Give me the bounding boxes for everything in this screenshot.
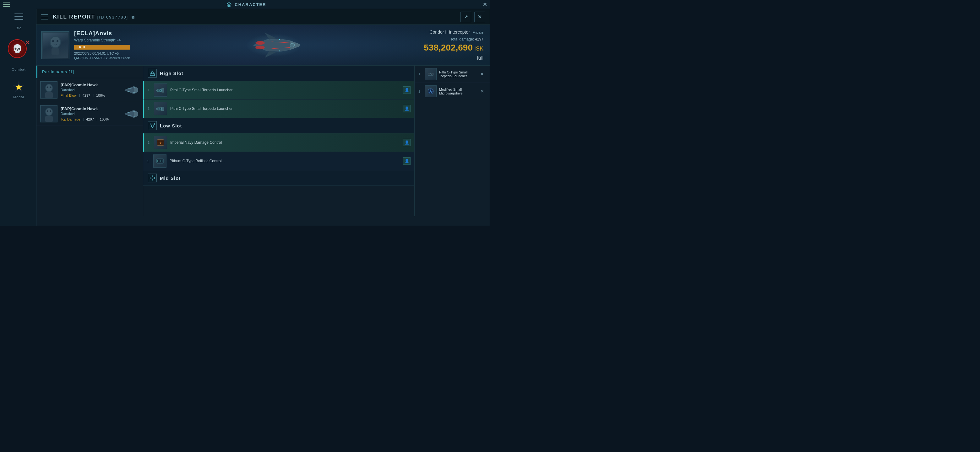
right-slot-name-1: Pithi C-Type Small Torpedo Launcher bbox=[439, 70, 478, 78]
participant-name-2: [FAP]Cosmic Hawk bbox=[60, 106, 122, 111]
right-slot-close-1[interactable]: ✕ bbox=[478, 70, 486, 78]
participant-weapon-2 bbox=[122, 107, 139, 121]
slot-name-h1: Pithi C-Type Small Torpedo Launcher bbox=[170, 88, 403, 92]
right-slot-name-2: Modified Small Microwarpdrive bbox=[439, 87, 478, 95]
ship-type-line: Condor II Interceptor Frigate bbox=[430, 30, 484, 35]
dialog-title: KILL REPORT [ID:6937780] ⧉ bbox=[53, 14, 456, 20]
slot-person-h2[interactable]: 👤 bbox=[403, 105, 410, 113]
svg-point-33 bbox=[159, 108, 161, 110]
right-slot-icon-2 bbox=[425, 86, 437, 97]
low-slot-header: Low Slot bbox=[143, 118, 414, 133]
participant-ship-2: Daredevil bbox=[60, 112, 122, 116]
svg-point-24 bbox=[49, 110, 51, 112]
close-top-button[interactable]: ✕ bbox=[483, 2, 487, 8]
slot-icon-h1 bbox=[154, 84, 167, 97]
right-slot-number-1: 1 bbox=[418, 72, 425, 76]
participant-avatar-2 bbox=[40, 105, 57, 122]
slot-person-h1[interactable]: 👤 bbox=[403, 86, 410, 94]
right-slot-icon-1 bbox=[425, 68, 437, 80]
total-damage-line: Total damage: 4297 bbox=[450, 37, 484, 41]
right-slot-item-1[interactable]: 1 Pithi C-Type Small Torpedo Launcher ✕ bbox=[415, 66, 490, 83]
high-slot-item-2[interactable]: 1 Pithi C-Type Small Torpedo Launcher 👤 bbox=[143, 100, 414, 118]
main-content: Participants [1] [FAP]Cosmic Hawk bbox=[37, 66, 490, 216]
ship-image bbox=[239, 28, 309, 62]
svg-point-38 bbox=[158, 160, 159, 162]
slots-right-column: 1 Pithi C-Type Small Torpedo Launcher ✕ … bbox=[414, 66, 490, 216]
slot-icon-l1 bbox=[154, 136, 167, 149]
high-slot-icon bbox=[148, 69, 157, 78]
sidebar: Bio 💀 ✕ Combat ⭐ Medal bbox=[0, 9, 38, 226]
svg-rect-14 bbox=[45, 92, 53, 98]
high-slot-header: High Slot bbox=[143, 66, 414, 81]
mid-slot-icon bbox=[148, 174, 157, 182]
sidebar-item-bio[interactable]: Bio bbox=[16, 26, 22, 30]
isk-value: 538,202,690 bbox=[424, 43, 473, 53]
victim-info: [ECLA]Anvis Warp Scramble Strength: -4 I… bbox=[74, 25, 130, 65]
slot-name-l1: Imperial Navy Damage Control bbox=[170, 140, 403, 145]
svg-point-21 bbox=[46, 108, 52, 115]
dialog-menu-icon[interactable] bbox=[41, 14, 48, 19]
victim-name: [ECLA]Anvis bbox=[74, 30, 130, 37]
participant-info-1: [FAP]Cosmic Hawk Daredevil Final Blow | … bbox=[60, 82, 122, 97]
kill-info-section: [ECLA]Anvis Warp Scramble Strength: -4 I… bbox=[37, 25, 490, 66]
slot-person-l2[interactable]: 👤 bbox=[403, 157, 410, 165]
svg-point-10 bbox=[279, 50, 280, 51]
participant-stats-1: Final Blow | 4297 | 100% bbox=[60, 94, 122, 97]
right-slot-item-2[interactable]: 1 Modified Small Microwarpdrive ✕ bbox=[415, 83, 490, 100]
slot-number-h1: 1 bbox=[148, 88, 154, 92]
right-slot-close-2[interactable]: ✕ bbox=[478, 87, 486, 95]
participant-item[interactable]: [FAP]Cosmic Hawk Daredevil Final Blow | … bbox=[37, 78, 143, 102]
slot-person-l1[interactable]: 👤 bbox=[403, 139, 410, 146]
svg-rect-27 bbox=[150, 74, 154, 76]
sidebar-item-combat[interactable]: Combat bbox=[12, 68, 26, 71]
svg-point-9 bbox=[279, 39, 280, 40]
svg-rect-29 bbox=[161, 89, 164, 92]
low-slot-icon bbox=[148, 121, 157, 130]
sidebar-menu-icon[interactable] bbox=[14, 14, 23, 20]
participant-stats-2: Top Damage | 4297 | 100% bbox=[60, 117, 122, 121]
slot-icon-h2 bbox=[154, 102, 167, 115]
top-bar-title: ◎ CHARACTER bbox=[226, 1, 266, 8]
copy-icon[interactable]: ⧉ bbox=[132, 15, 135, 19]
top-bar: ◎ CHARACTER ✕ bbox=[0, 0, 490, 9]
victim-kills-badge: I Kill bbox=[74, 45, 130, 49]
victim-warp-scramble: Warp Scramble Strength: -4 bbox=[74, 38, 130, 42]
low-slot-item-2[interactable]: 1 Pithum C-Type Ballistic Control... 👤 bbox=[143, 152, 414, 170]
x-icon: ✕ bbox=[25, 39, 30, 46]
dialog-header: KILL REPORT [ID:6937780] ⧉ ↗ ✕ bbox=[37, 9, 490, 25]
high-slot-item-1[interactable]: 1 Pithi C-Type Small Torpedo Launcher 👤 bbox=[143, 81, 414, 100]
isk-value-container: 538,202,690 ISK bbox=[424, 41, 484, 53]
participant-ship-1: Daredevil bbox=[60, 88, 122, 92]
low-slot-item-1[interactable]: 1 Imperial Navy Damage Control 👤 bbox=[143, 133, 414, 152]
low-slot-title: Low Slot bbox=[160, 123, 182, 128]
export-button[interactable]: ↗ bbox=[460, 12, 471, 22]
svg-point-6 bbox=[255, 41, 264, 44]
avatar-container: 💀 ✕ bbox=[8, 39, 30, 61]
slot-name-l2: Pithum C-Type Ballistic Control... bbox=[170, 159, 403, 163]
participant-weapon-1 bbox=[122, 83, 139, 97]
participants-panel: Participants [1] [FAP]Cosmic Hawk bbox=[37, 66, 143, 216]
participant-name-1: [FAP]Cosmic Hawk bbox=[60, 82, 122, 87]
dialog-header-actions: ↗ ✕ bbox=[460, 12, 485, 22]
participants-header: Participants [1] bbox=[37, 66, 143, 78]
slots-left-column: High Slot 1 Pithi C-Type Small Torpedo L… bbox=[143, 66, 414, 216]
avatar: 💀 bbox=[8, 39, 27, 58]
mid-slot-title: Mid Slot bbox=[160, 176, 181, 181]
participant-item-2[interactable]: [FAP]Cosmic Hawk Daredevil Top Damage | … bbox=[37, 102, 143, 126]
dialog-close-button[interactable]: ✕ bbox=[474, 12, 485, 22]
svg-point-15 bbox=[46, 86, 48, 88]
sidebar-item-medal[interactable]: ⭐ Medal bbox=[13, 81, 25, 99]
slot-number-h2: 1 bbox=[148, 107, 154, 111]
svg-rect-41 bbox=[150, 177, 154, 179]
mid-slot-header: Mid Slot bbox=[143, 170, 414, 186]
svg-point-45 bbox=[430, 73, 431, 75]
svg-rect-22 bbox=[45, 116, 53, 122]
isk-currency: ISK bbox=[474, 46, 484, 52]
medal-icon: ⭐ bbox=[13, 81, 25, 93]
ship-display bbox=[130, 25, 417, 65]
hamburger-icon[interactable] bbox=[3, 2, 10, 7]
victim-date: 2022/03/28 00:34:01 UTC +5 bbox=[74, 51, 130, 55]
svg-point-13 bbox=[46, 84, 52, 91]
svg-point-7 bbox=[255, 46, 264, 49]
svg-rect-32 bbox=[161, 107, 164, 111]
